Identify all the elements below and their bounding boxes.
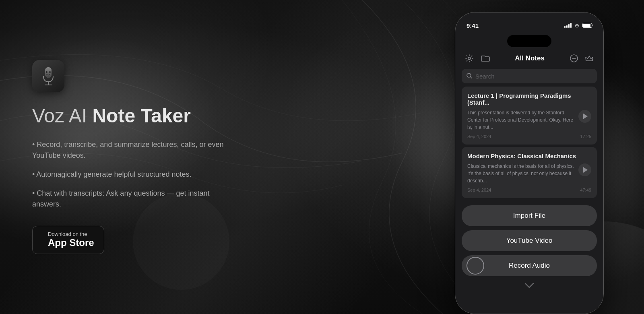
feature-item-3: • Chat with transcripts: Ask any questio…: [32, 188, 233, 210]
download-label-top: Download on the: [48, 231, 94, 237]
folder-icon[interactable]: [479, 52, 491, 64]
note-date-2: Sep 4, 2024: [467, 188, 491, 192]
note-content-row-1: This presentation is delivered by the St…: [467, 109, 591, 131]
play-icon-1: [583, 114, 588, 119]
svg-point-6: [46, 71, 47, 73]
wifi-icon: ⊛: [575, 23, 579, 29]
chevron-down-area: [455, 281, 603, 290]
phone-mockup: 9:41 ⊛: [455, 12, 604, 314]
chevron-down-icon: [524, 283, 534, 288]
app-icon-svg: [36, 64, 60, 88]
download-btn-text: Download on the App Store: [48, 231, 94, 249]
play-button-1[interactable]: [578, 110, 591, 123]
action-buttons: Import File YouTube Video Record Audio: [455, 200, 603, 281]
note-duration-2: 47:49: [580, 188, 591, 192]
status-icons: ⊛: [564, 23, 592, 29]
notes-list: Lecture 1 | Programming Paradigms (Stanf…: [455, 87, 603, 198]
left-panel: Voz AI Note Taker • Record, transcribe, …: [0, 0, 350, 314]
svg-point-10: [468, 57, 471, 60]
feature-list: • Record, transcribe, and summarize lect…: [32, 139, 233, 210]
svg-point-7: [49, 71, 51, 73]
crown-icon[interactable]: [583, 52, 595, 64]
feature-item-1: • Record, transcribe, and summarize lect…: [32, 139, 233, 161]
note-title-1: Lecture 1 | Programming Paradigms (Stanf…: [467, 92, 591, 106]
app-store-download-button[interactable]: Download on the App Store: [32, 226, 104, 254]
status-time: 9:41: [466, 22, 479, 29]
note-card-2[interactable]: Modern Physics: Classical Mechanics Clas…: [462, 147, 597, 198]
note-text-1: This presentation is delivered by the St…: [467, 109, 574, 131]
play-button-2[interactable]: [578, 163, 591, 176]
note-card-1[interactable]: Lecture 1 | Programming Paradigms (Stanf…: [462, 87, 597, 145]
note-content-row-2: Classical mechanics is the basis for all…: [467, 163, 591, 184]
youtube-video-button[interactable]: YouTube Video: [462, 230, 597, 251]
feature-item-2: • Automagically generate helpful structu…: [32, 169, 233, 180]
play-icon-2: [583, 167, 588, 173]
nav-title: All Notes: [515, 54, 545, 62]
record-audio-button[interactable]: Record Audio: [462, 255, 597, 276]
search-icon: [466, 73, 472, 80]
app-title: Voz AI Note Taker: [32, 104, 191, 128]
dynamic-island: [507, 35, 551, 47]
signal-bars-icon: [564, 23, 572, 28]
note-title-2: Modern Physics: Classical Mechanics: [467, 153, 591, 159]
app-icon: [32, 60, 64, 92]
search-placeholder: Search: [475, 73, 495, 80]
settings-icon[interactable]: [463, 52, 475, 64]
svg-line-14: [471, 77, 472, 78]
phone-screen: 9:41 ⊛: [455, 12, 603, 314]
download-label-bottom: App Store: [48, 237, 94, 249]
note-footer-1: Sep 4, 2024 17:25: [467, 134, 591, 139]
phone-frame: 9:41 ⊛: [455, 12, 604, 314]
search-bar[interactable]: Search: [462, 69, 597, 83]
note-text-2: Classical mechanics is the basis for all…: [467, 163, 574, 184]
note-date-1: Sep 4, 2024: [467, 134, 491, 139]
nav-right: [568, 52, 595, 64]
status-bar: 9:41 ⊛: [455, 12, 603, 33]
note-duration-1: 17:25: [580, 134, 591, 139]
record-circle: [466, 257, 484, 275]
minus-circle-icon[interactable]: [568, 52, 580, 64]
note-footer-2: Sep 4, 2024 47:49: [467, 188, 591, 192]
battery-icon: [582, 23, 592, 28]
import-file-button[interactable]: Import File: [462, 205, 597, 226]
nav-bar: All Notes: [455, 50, 603, 67]
